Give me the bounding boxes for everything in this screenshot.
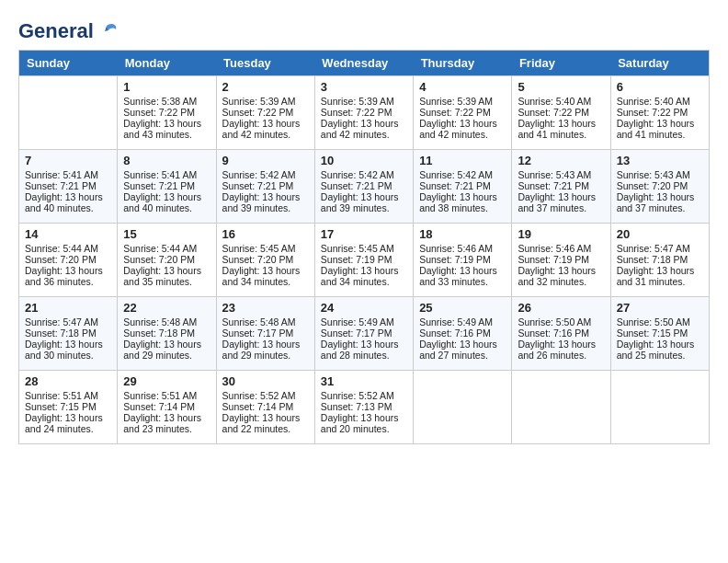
day-number: 27 — [617, 301, 703, 315]
day-number: 4 — [419, 80, 506, 94]
day-info-line: Sunset: 7:18 PM — [617, 254, 703, 265]
calendar-cell: 30Sunrise: 5:52 AMSunset: 7:14 PMDayligh… — [216, 371, 314, 444]
calendar-cell: 20Sunrise: 5:47 AMSunset: 7:18 PMDayligh… — [610, 224, 709, 297]
header-row: SundayMondayTuesdayWednesdayThursdayFrid… — [19, 51, 710, 76]
day-info-line: and 41 minutes. — [617, 129, 703, 140]
day-info-line: and 40 minutes. — [25, 202, 111, 213]
day-number: 6 — [617, 80, 703, 94]
calendar-cell: 15Sunrise: 5:44 AMSunset: 7:20 PMDayligh… — [118, 224, 216, 297]
day-info-line: Daylight: 13 hours — [419, 118, 506, 129]
day-number: 9 — [222, 154, 309, 167]
day-info-line: Sunrise: 5:40 AM — [617, 96, 703, 107]
logo-bird-icon — [94, 18, 119, 44]
day-info-line: and 23 minutes. — [123, 423, 210, 434]
calendar-cell: 29Sunrise: 5:51 AMSunset: 7:14 PMDayligh… — [118, 371, 216, 444]
day-info-line: Daylight: 13 hours — [222, 412, 309, 423]
calendar-cell: 2Sunrise: 5:39 AMSunset: 7:22 PMDaylight… — [216, 76, 314, 150]
day-info-line: Daylight: 13 hours — [222, 339, 309, 350]
calendar-cell: 27Sunrise: 5:50 AMSunset: 7:15 PMDayligh… — [610, 297, 709, 371]
day-info-line: Sunrise: 5:45 AM — [222, 243, 309, 254]
day-number: 7 — [25, 154, 111, 167]
day-info-line: and 42 minutes. — [321, 129, 407, 140]
day-info-line: Daylight: 13 hours — [518, 118, 604, 129]
day-info-line: Sunset: 7:21 PM — [123, 180, 210, 191]
day-info-line: and 22 minutes. — [222, 423, 309, 434]
day-number: 25 — [419, 301, 506, 315]
day-info-line: and 30 minutes. — [25, 350, 111, 361]
col-header-sunday: Sunday — [19, 51, 118, 76]
day-info-line: Sunrise: 5:51 AM — [25, 390, 111, 401]
day-info-line: and 29 minutes. — [222, 350, 309, 361]
day-info-line: Daylight: 13 hours — [222, 118, 309, 129]
day-number: 13 — [617, 154, 703, 167]
day-info-line: Sunrise: 5:39 AM — [321, 96, 407, 107]
day-info-line: Sunset: 7:21 PM — [321, 180, 407, 191]
calendar-cell — [19, 76, 118, 150]
day-info-line: Sunset: 7:17 PM — [222, 327, 309, 339]
calendar-cell: 25Sunrise: 5:49 AMSunset: 7:16 PMDayligh… — [414, 297, 512, 371]
day-info-line: and 42 minutes. — [222, 129, 309, 140]
day-number: 14 — [25, 227, 111, 241]
day-info-line: and 28 minutes. — [321, 350, 407, 361]
day-info-line: and 26 minutes. — [518, 350, 604, 361]
day-info-line: Sunrise: 5:49 AM — [419, 316, 506, 327]
day-number: 15 — [123, 227, 210, 241]
day-info-line: Sunrise: 5:41 AM — [123, 169, 210, 180]
day-info-line: Daylight: 13 hours — [222, 265, 309, 276]
day-info-line: and 40 minutes. — [123, 202, 210, 213]
day-info-line: Sunrise: 5:42 AM — [321, 169, 407, 180]
calendar-cell: 9Sunrise: 5:42 AMSunset: 7:21 PMDaylight… — [216, 150, 314, 224]
day-info-line: Daylight: 13 hours — [321, 412, 407, 423]
day-number: 5 — [518, 80, 604, 94]
day-info-line: Daylight: 13 hours — [123, 191, 210, 202]
day-info-line: Daylight: 13 hours — [123, 265, 210, 276]
day-number: 20 — [617, 227, 703, 241]
day-number: 17 — [321, 227, 407, 241]
week-row-1: 1Sunrise: 5:38 AMSunset: 7:22 PMDaylight… — [19, 76, 710, 150]
day-info-line: Daylight: 13 hours — [419, 265, 506, 276]
calendar-cell: 31Sunrise: 5:52 AMSunset: 7:13 PMDayligh… — [314, 371, 413, 444]
day-info-line: Sunset: 7:22 PM — [321, 107, 407, 118]
day-info-line: Sunset: 7:19 PM — [321, 254, 407, 265]
day-info-line: Sunset: 7:20 PM — [25, 254, 111, 265]
day-info-line: Sunrise: 5:52 AM — [222, 390, 309, 401]
day-info-line: Sunrise: 5:50 AM — [518, 316, 604, 327]
day-info-line: Daylight: 13 hours — [123, 339, 210, 350]
calendar-cell: 23Sunrise: 5:48 AMSunset: 7:17 PMDayligh… — [216, 297, 314, 371]
day-info-line: Daylight: 13 hours — [617, 265, 703, 276]
day-info-line: Sunrise: 5:39 AM — [222, 96, 309, 107]
day-info-line: Sunset: 7:22 PM — [123, 107, 210, 118]
day-info-line: Daylight: 13 hours — [321, 265, 407, 276]
day-info-line: Sunrise: 5:50 AM — [617, 316, 703, 327]
day-info-line: Sunrise: 5:42 AM — [222, 169, 309, 180]
day-info-line: Sunrise: 5:51 AM — [123, 390, 210, 401]
day-info-line: and 41 minutes. — [518, 129, 604, 140]
day-info-line: Daylight: 13 hours — [518, 265, 604, 276]
col-header-friday: Friday — [512, 51, 610, 76]
day-info-line: and 43 minutes. — [123, 129, 210, 140]
day-number: 29 — [123, 374, 210, 388]
day-info-line: Sunset: 7:19 PM — [419, 254, 506, 265]
day-info-line: Sunrise: 5:46 AM — [419, 243, 506, 254]
calendar-cell: 6Sunrise: 5:40 AMSunset: 7:22 PMDaylight… — [610, 76, 709, 150]
day-info-line: Sunrise: 5:48 AM — [222, 316, 309, 327]
day-info-line: Sunrise: 5:43 AM — [518, 169, 604, 180]
day-info-line: Sunset: 7:18 PM — [123, 327, 210, 339]
day-info-line: Sunrise: 5:44 AM — [123, 243, 210, 254]
calendar-cell: 7Sunrise: 5:41 AMSunset: 7:21 PMDaylight… — [19, 150, 118, 224]
calendar-cell: 19Sunrise: 5:46 AMSunset: 7:19 PMDayligh… — [512, 224, 610, 297]
day-info-line: Daylight: 13 hours — [25, 265, 111, 276]
day-info-line: Daylight: 13 hours — [617, 191, 703, 202]
day-info-line: and 24 minutes. — [25, 423, 111, 434]
col-header-saturday: Saturday — [610, 51, 709, 76]
day-number: 26 — [518, 301, 604, 315]
logo-general: General — [18, 19, 94, 43]
calendar-cell — [610, 371, 709, 444]
day-info-line: Daylight: 13 hours — [419, 339, 506, 350]
day-info-line: Sunrise: 5:52 AM — [321, 390, 407, 401]
day-info-line: Sunset: 7:17 PM — [321, 327, 407, 339]
day-info-line: Sunrise: 5:47 AM — [617, 243, 703, 254]
day-info-line: Sunrise: 5:49 AM — [321, 316, 407, 327]
calendar-cell: 18Sunrise: 5:46 AMSunset: 7:19 PMDayligh… — [414, 224, 512, 297]
day-info-line: Sunrise: 5:47 AM — [25, 316, 111, 327]
